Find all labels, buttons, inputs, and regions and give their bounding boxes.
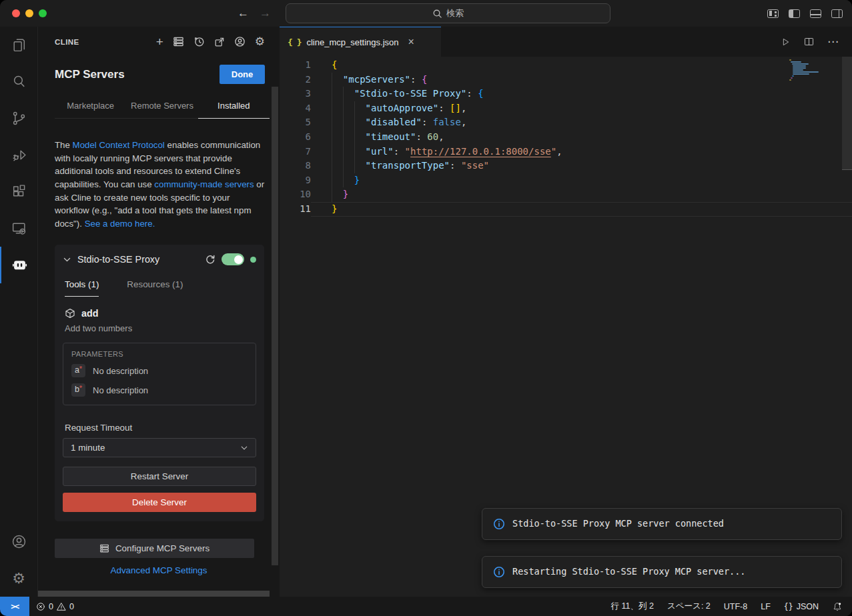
- line-content: }: [311, 173, 852, 188]
- sidebar-horizontal-scrollbar[interactable]: [38, 591, 270, 597]
- parameters-label: PARAMETERS: [71, 350, 248, 358]
- code-editor[interactable]: 1{2 "mcpServers": {3 "Stdio-to-SSE Proxy…: [280, 57, 852, 597]
- zoom-window-button[interactable]: [39, 9, 47, 17]
- editor-tab-bar: { } cline_mcp_settings.json × ⋯: [280, 27, 852, 57]
- code-token: "transportType": [366, 160, 450, 171]
- configure-mcp-servers-button[interactable]: Configure MCP Servers: [55, 539, 254, 558]
- code-line: 1{: [280, 58, 852, 73]
- restart-server-icon[interactable]: [205, 254, 216, 265]
- notifications-bell[interactable]: [832, 601, 843, 612]
- activity-run-debug[interactable]: [0, 137, 37, 173]
- minimap-line: [793, 67, 806, 69]
- code-line: 7 "url": "http://127.0.0.1:8000/sse",: [280, 145, 852, 159]
- configure-label: Configure MCP Servers: [115, 543, 209, 553]
- code-token: }: [343, 189, 348, 199]
- activity-settings[interactable]: ⚙: [0, 560, 37, 597]
- more-actions-icon[interactable]: ⋯: [827, 35, 839, 49]
- history-icon[interactable]: [193, 36, 205, 47]
- server-enabled-toggle[interactable]: [222, 253, 244, 265]
- line-number: 11: [280, 202, 311, 217]
- customize-layout-icon[interactable]: [767, 9, 779, 18]
- activity-cline[interactable]: [0, 247, 37, 283]
- line-number: 9: [280, 173, 311, 188]
- activity-remote-explorer[interactable]: [0, 210, 37, 247]
- line-content: "url": "http://127.0.0.1:8000/sse",: [311, 145, 852, 159]
- new-task-icon[interactable]: +: [156, 35, 163, 48]
- param-badge-a: a*: [71, 364, 85, 377]
- toggle-primary-sidebar-icon[interactable]: [789, 9, 800, 18]
- advanced-mcp-settings-link[interactable]: Advanced MCP Settings: [38, 565, 280, 575]
- indent-guide: [343, 145, 344, 159]
- remote-indicator[interactable]: ><: [0, 597, 29, 616]
- language-mode[interactable]: {}JSON: [784, 602, 819, 611]
- notification-toast[interactable]: Restarting Stdio-to-SSE Proxy MCP server…: [482, 556, 842, 588]
- code-token: ,: [461, 117, 466, 127]
- restart-server-button[interactable]: Restart Server: [63, 467, 256, 486]
- encoding[interactable]: UTF-8: [724, 602, 747, 611]
- close-window-button[interactable]: [12, 9, 20, 17]
- run-file-icon[interactable]: [780, 37, 791, 47]
- server-card-header[interactable]: Stdio-to-SSE Proxy: [63, 253, 256, 265]
- editor-scrollbar[interactable]: [842, 57, 852, 170]
- minimize-window-button[interactable]: [25, 9, 33, 17]
- split-editor-icon[interactable]: [803, 36, 815, 47]
- mcp-servers-icon[interactable]: [173, 36, 184, 47]
- back-arrow-icon[interactable]: ←: [238, 7, 249, 20]
- tab-resources[interactable]: Resources (1): [127, 275, 183, 297]
- activity-search[interactable]: [0, 63, 37, 100]
- code-token: [332, 117, 366, 127]
- editor-tab-cline-mcp-settings[interactable]: { } cline_mcp_settings.json ×: [280, 27, 441, 57]
- toggle-secondary-sidebar-icon[interactable]: [831, 9, 843, 18]
- minimap-line: [793, 73, 809, 75]
- activity-explorer[interactable]: [0, 27, 37, 63]
- link-model-context-protocol[interactable]: Model Context Protocol: [73, 140, 165, 150]
- code-token: ": [405, 146, 410, 157]
- link-see-a-demo[interactable]: See a demo here.: [85, 219, 155, 229]
- sidebar-vertical-scrollbar[interactable]: [272, 87, 278, 565]
- tab-tools[interactable]: Tools (1): [65, 275, 99, 297]
- tab-marketplace[interactable]: Marketplace: [55, 95, 126, 118]
- code-token: ,: [438, 131, 444, 142]
- tool-item[interactable]: add: [63, 308, 256, 319]
- warning-icon: [57, 602, 66, 611]
- problems-indicator[interactable]: 0 0: [36, 602, 74, 611]
- minimap[interactable]: [789, 59, 819, 81]
- delete-server-button[interactable]: Delete Server: [63, 493, 256, 512]
- eol-sequence[interactable]: LF: [761, 602, 771, 611]
- link-community-made-servers[interactable]: community-made servers: [154, 179, 254, 189]
- close-tab-icon[interactable]: ×: [408, 37, 414, 47]
- code-token: [332, 74, 343, 85]
- toggle-panel-icon[interactable]: [810, 9, 821, 18]
- account-icon[interactable]: [234, 36, 246, 47]
- notification-toast[interactable]: Stdio-to-SSE Proxy MCP server connected: [482, 508, 842, 540]
- minimap-line: [789, 59, 791, 61]
- notification-toasts: Stdio-to-SSE Proxy MCP server connected …: [482, 508, 842, 588]
- open-in-new-window-icon[interactable]: [214, 37, 225, 47]
- request-timeout-select[interactable]: 1 minute: [63, 438, 256, 457]
- indent-guide: [332, 115, 332, 130]
- line-content: "transportType": "sse": [311, 159, 852, 173]
- done-button[interactable]: Done: [220, 65, 265, 84]
- activity-extensions[interactable]: [0, 173, 37, 210]
- chevron-down-icon: [63, 255, 71, 264]
- code-token: []: [450, 103, 461, 113]
- code-token: [332, 131, 366, 142]
- settings-gear-icon[interactable]: ⚙: [255, 36, 265, 47]
- activity-accounts[interactable]: [0, 523, 37, 560]
- code-token: :: [466, 88, 478, 99]
- activity-source-control[interactable]: [0, 100, 37, 137]
- indent-guide: [332, 187, 332, 202]
- code-line: 3 "Stdio-to-SSE Proxy": {: [280, 87, 852, 101]
- cursor-position[interactable]: 行 11、列 2: [611, 601, 654, 612]
- command-center-search[interactable]: 検索: [286, 3, 610, 23]
- code-token: [332, 189, 343, 199]
- tab-installed[interactable]: Installed: [198, 95, 270, 119]
- error-icon: [36, 602, 45, 611]
- forward-arrow-icon[interactable]: →: [260, 7, 271, 20]
- parameter-row: b* No description: [71, 383, 248, 397]
- code-line: 2 "mcpServers": {: [280, 73, 852, 87]
- braces-icon: {}: [784, 602, 793, 611]
- indentation[interactable]: スペース: 2: [667, 601, 711, 612]
- line-number: 10: [280, 187, 311, 202]
- tab-remote-servers[interactable]: Remote Servers: [126, 95, 197, 118]
